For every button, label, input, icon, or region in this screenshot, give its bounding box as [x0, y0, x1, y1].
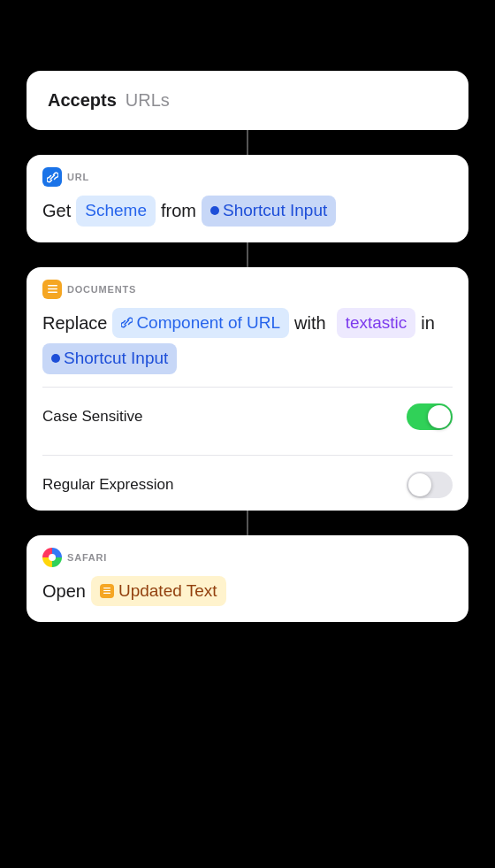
divider-2 — [42, 455, 453, 456]
connector-1 — [247, 130, 248, 155]
component-url-token[interactable]: Component of URL — [112, 308, 289, 339]
url-header: URL — [42, 167, 453, 187]
card-documents: DOCUMENTS Replace Component of URL with … — [27, 267, 468, 511]
documents-middle: with — [294, 310, 326, 336]
card-accepts: Accepts URLs — [27, 71, 468, 130]
shortcut-input-token-2[interactable]: Shortcut Input — [42, 343, 177, 374]
svg-rect-4 — [103, 590, 110, 591]
svg-rect-3 — [103, 588, 110, 588]
shortcut-input-token-1[interactable]: Shortcut Input — [202, 196, 336, 227]
case-sensitive-row: Case Sensitive — [42, 400, 453, 442]
card-safari: SAFARI Open Updated Text — [27, 535, 468, 623]
svg-rect-0 — [48, 285, 57, 287]
documents-prefix: Replace — [42, 310, 107, 336]
url-icon — [42, 167, 62, 187]
svg-rect-1 — [48, 288, 57, 290]
connector-3 — [247, 511, 248, 535]
doc-icon-small — [100, 584, 114, 598]
case-sensitive-toggle[interactable] — [407, 403, 453, 430]
url-prefix: Get — [42, 197, 71, 224]
card-url: URL Get Scheme from Shortcut Input — [27, 155, 468, 242]
safari-category-label: SAFARI — [67, 552, 107, 563]
dot-icon-1 — [210, 206, 219, 215]
updated-text-token[interactable]: Updated Text — [91, 576, 226, 607]
accepts-sublabel: URLs — [126, 90, 170, 111]
documents-icon — [42, 280, 62, 299]
url-middle: from — [161, 197, 196, 224]
documents-category-label: DOCUMENTS — [67, 284, 136, 295]
connector-2 — [247, 242, 248, 267]
dot-icon-2 — [51, 354, 60, 363]
case-sensitive-label: Case Sensitive — [42, 408, 142, 426]
regex-label: Regular Expression — [42, 476, 173, 494]
documents-suffix: in — [421, 310, 435, 336]
regex-row: Regular Expression — [42, 468, 453, 511]
textastic-token[interactable]: textastic — [337, 308, 416, 339]
documents-body: Replace Component of URL with textastic … — [42, 308, 453, 374]
url-category-label: URL — [67, 172, 89, 182]
safari-prefix: Open — [42, 578, 86, 604]
url-body: Get Scheme from Shortcut Input — [42, 196, 453, 227]
toggle-thumb-1 — [428, 405, 451, 428]
svg-rect-2 — [48, 292, 57, 294]
regex-toggle[interactable] — [407, 472, 453, 498]
safari-header: SAFARI — [42, 548, 453, 567]
safari-icon — [42, 548, 62, 567]
scheme-token[interactable]: Scheme — [76, 196, 156, 227]
flow-container: Accepts URLs URL Get Scheme from Short — [27, 71, 468, 622]
toggle-thumb-2 — [408, 473, 431, 496]
svg-rect-5 — [103, 593, 110, 594]
divider-1 — [42, 387, 453, 388]
documents-header: DOCUMENTS — [42, 280, 453, 299]
accepts-label: Accepts — [48, 90, 117, 111]
safari-body: Open Updated Text — [42, 576, 453, 607]
